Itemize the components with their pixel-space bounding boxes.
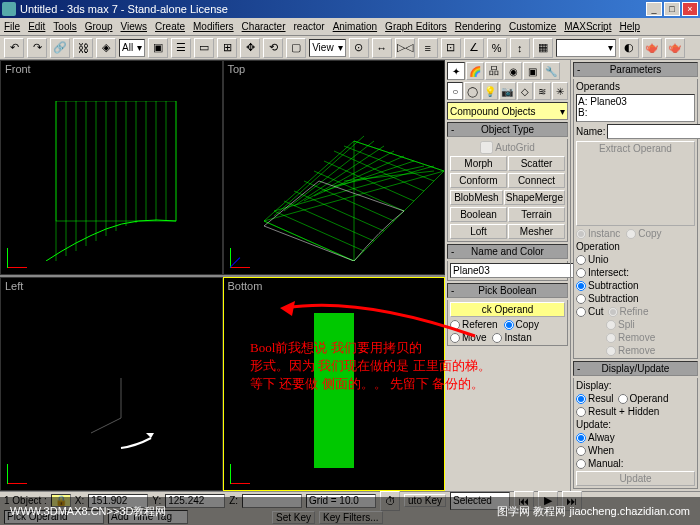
rollout-parameters[interactable]: Parameters <box>573 62 698 77</box>
svg-marker-3 <box>146 433 154 438</box>
radio-ext-instance <box>576 229 586 239</box>
radio-subtraction-ba[interactable] <box>576 294 586 304</box>
scale-button[interactable]: ▢ <box>286 38 306 58</box>
menu-customize[interactable]: Customize <box>509 21 556 32</box>
title-bar: Untitled - 3ds max 7 - Stand-alone Licen… <box>0 0 700 18</box>
menu-file[interactable]: File <box>4 21 20 32</box>
radio-union[interactable] <box>576 255 586 265</box>
rollout-namecolor[interactable]: Name and Color <box>447 244 568 259</box>
menu-modifiers[interactable]: Modifiers <box>193 21 234 32</box>
cat-spacewarps[interactable]: ≋ <box>534 82 550 100</box>
selection-filter[interactable]: All▾ <box>119 39 145 57</box>
quick-render-button[interactable]: 🫖 <box>665 38 685 58</box>
btn-shapemerge[interactable]: ShapeMerge <box>504 190 565 205</box>
viewport-front[interactable]: Front <box>0 60 223 275</box>
link-button[interactable]: 🔗 <box>50 38 70 58</box>
menu-help[interactable]: Help <box>619 21 640 32</box>
radio-when[interactable] <box>576 446 586 456</box>
cat-systems[interactable]: ✳ <box>552 82 568 100</box>
menu-reactor[interactable]: reactor <box>294 21 325 32</box>
menu-character[interactable]: Character <box>242 21 286 32</box>
maximize-button[interactable]: □ <box>664 2 680 16</box>
mirror-button[interactable]: ▷◁ <box>395 38 415 58</box>
move-button[interactable]: ✥ <box>240 38 260 58</box>
tab-modify[interactable]: 🌈 <box>466 62 484 80</box>
tab-hierarchy[interactable]: 品 <box>485 62 503 80</box>
menu-create[interactable]: Create <box>155 21 185 32</box>
window-crossing-button[interactable]: ⊞ <box>217 38 237 58</box>
menu-views[interactable]: Views <box>121 21 148 32</box>
app-icon <box>2 2 16 16</box>
operand-name-input[interactable] <box>607 124 700 139</box>
category-dropdown[interactable]: Compound Objects▾ <box>447 102 568 120</box>
pivot-button[interactable]: ⊙ <box>349 38 369 58</box>
menu-tools[interactable]: Tools <box>53 21 76 32</box>
radio-always[interactable] <box>576 433 586 443</box>
radio-operand[interactable] <box>618 394 628 404</box>
align-button[interactable]: ≡ <box>418 38 438 58</box>
btn-connect[interactable]: Connect <box>508 173 565 188</box>
tab-create[interactable]: ✦ <box>447 62 465 80</box>
percent-snap-button[interactable]: % <box>487 38 507 58</box>
rollout-display[interactable]: Display/Update <box>573 361 698 376</box>
tab-motion[interactable]: ◉ <box>504 62 522 80</box>
cat-cameras[interactable]: 📷 <box>499 82 515 100</box>
menu-rendering[interactable]: Rendering <box>455 21 501 32</box>
cat-lights[interactable]: 💡 <box>482 82 498 100</box>
btn-blobmesh[interactable]: BlobMesh <box>450 190 503 205</box>
cat-helpers[interactable]: ◇ <box>517 82 533 100</box>
command-panel: ✦ 🌈 品 ◉ ▣ 🔧 ○ ◯ 💡 📷 ◇ ≋ ✳ Compound Objec… <box>445 60 700 491</box>
object-name-input[interactable] <box>450 263 583 278</box>
radio-manual[interactable] <box>576 459 586 469</box>
operands-list[interactable]: A: Plane03 B: <box>576 94 695 122</box>
select-button[interactable]: ▣ <box>148 38 168 58</box>
angle-snap-button[interactable]: ∠ <box>464 38 484 58</box>
rollout-objecttype[interactable]: Object Type <box>447 122 568 137</box>
menu-maxscript[interactable]: MAXScript <box>564 21 611 32</box>
command-tabs: ✦ 🌈 品 ◉ ▣ 🔧 <box>447 62 568 80</box>
named-selection-dropdown[interactable]: ▾ <box>556 39 616 57</box>
select-region-button[interactable]: ▭ <box>194 38 214 58</box>
tab-display[interactable]: ▣ <box>523 62 541 80</box>
radio-subtraction-ab[interactable] <box>576 281 586 291</box>
radio-instance[interactable] <box>492 333 502 343</box>
menu-animation[interactable]: Animation <box>333 21 377 32</box>
bind-button[interactable]: ◈ <box>96 38 116 58</box>
radio-intersect[interactable] <box>576 268 586 278</box>
spinner-snap-button[interactable]: ↕ <box>510 38 530 58</box>
radio-result[interactable] <box>576 394 586 404</box>
redo-button[interactable]: ↷ <box>27 38 47 58</box>
undo-button[interactable]: ↶ <box>4 38 24 58</box>
unlink-button[interactable]: ⛓ <box>73 38 93 58</box>
material-editor-button[interactable]: ◐ <box>619 38 639 58</box>
tab-utilities[interactable]: 🔧 <box>542 62 560 80</box>
radio-cut[interactable] <box>576 307 586 317</box>
radio-resulthidden[interactable] <box>576 407 586 417</box>
close-button[interactable]: × <box>682 2 698 16</box>
render-scene-button[interactable]: 🫖 <box>642 38 662 58</box>
viewport-top[interactable]: Top <box>223 60 446 275</box>
refcoord-dropdown[interactable]: View▾ <box>309 39 346 57</box>
menu-grapheditors[interactable]: Graph Editors <box>385 21 447 32</box>
btn-terrain[interactable]: Terrain <box>508 207 565 222</box>
named-selection-button[interactable]: ▦ <box>533 38 553 58</box>
update-button: Update <box>576 471 695 486</box>
radio-copy[interactable] <box>504 320 514 330</box>
restrict-x-button[interactable]: ↔ <box>372 38 392 58</box>
snap-button[interactable]: ⊡ <box>441 38 461 58</box>
viewport-left[interactable]: Left <box>0 277 223 492</box>
btn-scatter[interactable]: Scatter <box>508 156 565 171</box>
cat-geometry[interactable]: ○ <box>447 82 463 100</box>
menu-group[interactable]: Group <box>85 21 113 32</box>
minimize-button[interactable]: _ <box>646 2 662 16</box>
cat-shapes[interactable]: ◯ <box>464 82 480 100</box>
btn-loft[interactable]: Loft <box>450 224 507 239</box>
btn-mesher[interactable]: Mesher <box>508 224 565 239</box>
btn-morph[interactable]: Morph <box>450 156 507 171</box>
rotate-button[interactable]: ⟲ <box>263 38 283 58</box>
window-title: Untitled - 3ds max 7 - Stand-alone Licen… <box>20 3 646 15</box>
btn-conform[interactable]: Conform <box>450 173 507 188</box>
menu-edit[interactable]: Edit <box>28 21 45 32</box>
btn-boolean[interactable]: Boolean <box>450 207 507 222</box>
select-name-button[interactable]: ☰ <box>171 38 191 58</box>
